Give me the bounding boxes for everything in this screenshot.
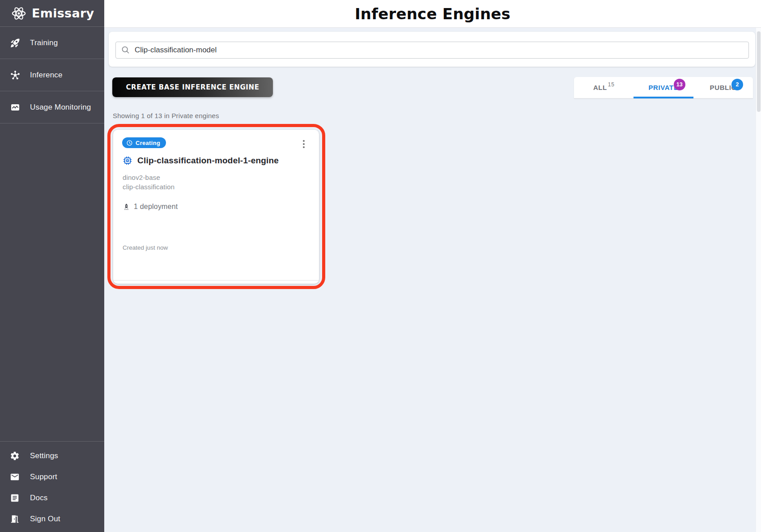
- sidebar-item-label: Docs: [30, 494, 48, 502]
- engine-name: Clip-classification-model-1-engine: [137, 156, 279, 166]
- tab-count-badge: 2: [731, 79, 743, 90]
- created-timestamp: Created just now: [123, 244, 168, 251]
- engine-title-row: Clip-classification-model-1-engine: [122, 155, 279, 166]
- brand-name: Emissary: [32, 6, 94, 20]
- tab-public[interactable]: PUBLIC 2: [693, 77, 753, 98]
- sidebar-item-docs[interactable]: Docs: [0, 487, 104, 508]
- results-summary: Showing 1 of 13 in Private engines: [113, 112, 219, 119]
- sidebar-item-inference[interactable]: Inference: [0, 59, 104, 91]
- sidebar-item-sign-out[interactable]: Sign Out: [0, 508, 104, 529]
- engine-meta: dinov2-base clip-classification: [123, 173, 174, 192]
- gear-icon: [10, 451, 20, 461]
- hub-icon: [10, 70, 21, 81]
- sidebar-item-label: Settings: [30, 451, 58, 460]
- deployments-row: 1 deployment: [123, 203, 178, 211]
- clock-icon: [126, 140, 133, 146]
- app-logo[interactable]: Emissary: [0, 0, 104, 27]
- tab-label: ALL: [593, 84, 607, 91]
- card-status-row: Creating: [122, 137, 307, 150]
- scrollbar-thumb[interactable]: [757, 31, 761, 112]
- kebab-menu-icon[interactable]: [300, 138, 307, 150]
- sidebar-item-support[interactable]: Support: [0, 466, 104, 487]
- create-base-inference-engine-button[interactable]: CREATE BASE INFERENCE ENGINE: [112, 77, 273, 97]
- status-badge: Creating: [122, 137, 166, 148]
- tab-all[interactable]: ALL15: [574, 77, 633, 98]
- sidebar-item-label: Sign Out: [30, 515, 60, 523]
- mail-icon: [10, 472, 20, 482]
- page-title: Inference Engines: [355, 5, 510, 23]
- sidebar-item-label: Support: [30, 472, 57, 481]
- sidebar-item-settings[interactable]: Settings: [0, 445, 104, 466]
- search-icon: [121, 45, 130, 55]
- chip-icon: [122, 155, 133, 166]
- sidebar-item-label: Usage Monitoring: [30, 103, 91, 112]
- sidebar-item-label: Inference: [30, 71, 63, 80]
- tab-count: 15: [608, 81, 615, 88]
- engine-task: clip-classification: [123, 182, 174, 192]
- page-header: Inference Engines: [104, 0, 761, 28]
- monitoring-icon: [10, 102, 21, 113]
- card-footer-divider: [113, 280, 319, 281]
- sidebar: Emissary Training: [0, 0, 104, 532]
- engine-visibility-tabs: ALL15 PRIVATE 13 PUBLIC 2: [574, 77, 753, 98]
- engine-card[interactable]: Creating Clip-classification-model-1-eng…: [113, 130, 319, 284]
- search-card: [109, 32, 755, 67]
- status-badge-label: Creating: [136, 140, 160, 146]
- sidebar-footer: Settings Support Docs S: [0, 441, 104, 532]
- deployments-label: 1 deployment: [134, 203, 178, 211]
- tab-private[interactable]: PRIVATE 13: [633, 77, 693, 98]
- search-box: [115, 42, 749, 59]
- sidebar-spacer: [0, 123, 104, 441]
- sidebar-item-usage-monitoring[interactable]: Usage Monitoring: [0, 91, 104, 123]
- sign-out-icon: [10, 514, 20, 524]
- scrollbar-track: [756, 28, 761, 532]
- tab-count-badge: 13: [674, 79, 685, 90]
- main-area: Inference Engines CREATE BASE INFERENCE …: [104, 0, 761, 532]
- emissary-logo-icon: [11, 5, 27, 21]
- search-input[interactable]: [115, 42, 749, 59]
- sidebar-item-training[interactable]: Training: [0, 27, 104, 59]
- rocket-icon: [10, 38, 21, 48]
- docs-icon: [10, 493, 20, 503]
- rocket-icon: [123, 203, 130, 211]
- engine-base-model: dinov2-base: [123, 173, 174, 182]
- sidebar-item-label: Training: [30, 38, 58, 47]
